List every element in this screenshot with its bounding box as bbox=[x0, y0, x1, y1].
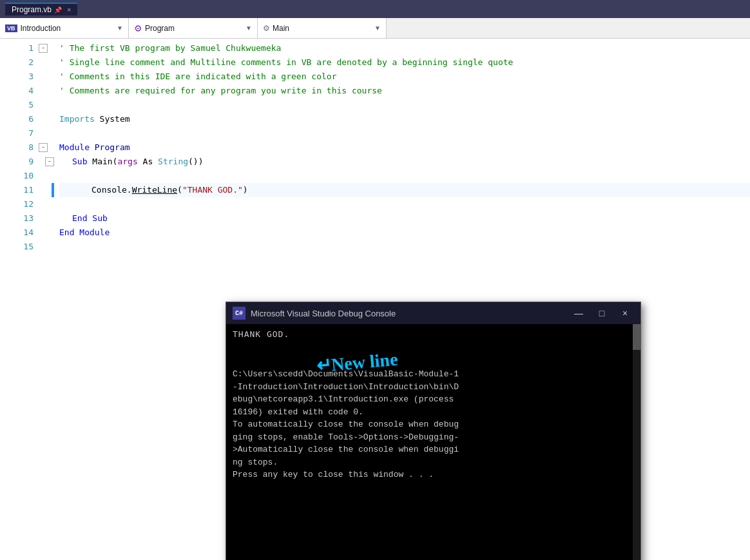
collapse-line1: - bbox=[39, 41, 52, 55]
line-num-13: 13 bbox=[0, 211, 39, 226]
collapse-line3 bbox=[39, 70, 52, 84]
collapse-line8: - bbox=[39, 140, 52, 155]
code-line-1: ' The first VB program by Samuel Chukwue… bbox=[59, 41, 750, 55]
code-line-4: ' Comments are required for any program … bbox=[59, 84, 750, 98]
line-num-1: 1 bbox=[0, 41, 39, 55]
collapse-line11 bbox=[39, 183, 52, 197]
line-num-9: 9 bbox=[0, 155, 39, 169]
ind-2 bbox=[52, 55, 54, 70]
collapse-line13 bbox=[39, 211, 52, 226]
collapse-icon-1[interactable]: - bbox=[39, 44, 48, 53]
namespace-label: Introduction bbox=[21, 24, 61, 33]
code-line-11: Console.WriteLine("THANK GOD.") bbox=[59, 183, 750, 197]
ind-6 bbox=[52, 112, 54, 126]
line-num-3: 3 bbox=[0, 70, 39, 84]
active-tab[interactable]: Program.vb 📌 × bbox=[5, 3, 77, 15]
as-space: As bbox=[138, 155, 158, 169]
left-indicator-col bbox=[52, 39, 54, 560]
collapse-line12 bbox=[39, 197, 52, 211]
ind-10 bbox=[52, 169, 54, 183]
method-dropdown[interactable]: ⚙ Main ▼ bbox=[258, 18, 387, 38]
console-scrollbar-thumb-top[interactable] bbox=[633, 324, 640, 350]
collapse-icon-8[interactable]: - bbox=[39, 143, 48, 152]
console-maximize-btn[interactable]: □ bbox=[593, 306, 611, 320]
console-text: Console. bbox=[91, 183, 132, 197]
writeline-text: WriteLine bbox=[132, 183, 177, 197]
console-icon-text: C# bbox=[235, 310, 243, 317]
code-line-3: ' Comments in this IDE are indicated wit… bbox=[59, 70, 750, 84]
method-label: Main bbox=[273, 24, 289, 33]
collapse-line14 bbox=[39, 226, 52, 240]
line-num-7: 7 bbox=[0, 126, 39, 140]
collapse-line6 bbox=[39, 112, 52, 126]
code-line-5 bbox=[59, 98, 750, 112]
tab-pin-icon: 📌 bbox=[54, 6, 62, 14]
console-output-row-1: THANK GOD. ↵New line bbox=[233, 329, 634, 339]
code-line-12 bbox=[59, 197, 750, 211]
editor-toolbar: VB Introduction ▼ ⚙ Program ▼ ⚙ Main ▼ bbox=[0, 18, 750, 39]
namespace-dropdown[interactable]: VB Introduction ▼ bbox=[0, 18, 129, 38]
console-controls[interactable]: — □ × bbox=[570, 306, 634, 320]
collapse-line10 bbox=[39, 169, 52, 183]
console-path-output: C:\Users\scedd\Documents\VisualBasic-Mod… bbox=[233, 368, 634, 481]
tab-close-icon[interactable]: × bbox=[67, 6, 71, 14]
line-num-4: 4 bbox=[0, 84, 39, 98]
comment-1: ' The first VB program by Samuel Chukwue… bbox=[59, 41, 281, 55]
code-line-15 bbox=[59, 240, 750, 254]
close-paren: ) bbox=[243, 183, 248, 197]
console-path-text: C:\Users\scedd\Documents\VisualBasic-Mod… bbox=[233, 368, 634, 481]
ind-11 bbox=[52, 183, 54, 197]
namespace-dropdown-arrow: ▼ bbox=[117, 24, 123, 32]
end-sub-keyword: End Sub bbox=[72, 211, 108, 226]
ind-9 bbox=[52, 155, 54, 169]
title-bar: Program.vb 📌 × bbox=[0, 0, 750, 18]
code-line-8: Module Program bbox=[59, 140, 750, 155]
line-numbers: 1 2 3 4 5 6 7 8 9 10 11 12 13 14 15 bbox=[0, 39, 39, 560]
line-num-12: 12 bbox=[0, 197, 39, 211]
line-num-11: 11 bbox=[0, 183, 39, 197]
class-dropdown[interactable]: ⚙ Program ▼ bbox=[129, 18, 258, 38]
line-num-10: 10 bbox=[0, 169, 39, 183]
imports-space: System bbox=[95, 112, 130, 126]
ind-12 bbox=[52, 197, 54, 211]
code-line-14: End Module bbox=[59, 226, 750, 240]
ind-3 bbox=[52, 70, 54, 84]
module-space bbox=[90, 140, 95, 155]
module-keyword: Module bbox=[59, 140, 90, 155]
method-badge: ⚙ bbox=[263, 24, 270, 33]
class-dropdown-arrow: ▼ bbox=[245, 24, 252, 32]
console-title-icon: C# bbox=[233, 307, 245, 320]
ind-1 bbox=[52, 41, 54, 55]
collapse-line5 bbox=[39, 98, 52, 112]
console-close-btn[interactable]: × bbox=[616, 306, 634, 320]
code-line-7 bbox=[59, 126, 750, 140]
line-num-14: 14 bbox=[0, 226, 39, 240]
editor-area[interactable]: 1 2 3 4 5 6 7 8 9 10 11 12 13 14 15 - bbox=[0, 39, 750, 560]
string-type: String bbox=[158, 155, 188, 169]
line-num-6: 6 bbox=[0, 112, 39, 126]
console-minimize-btn[interactable]: — bbox=[570, 306, 588, 320]
paren-close: ()) bbox=[188, 155, 203, 169]
collapse-line4 bbox=[39, 84, 52, 98]
comment-4: ' Comments are required for any program … bbox=[59, 84, 382, 98]
code-line-10 bbox=[59, 169, 750, 183]
ind-4 bbox=[52, 84, 54, 98]
code-line-13: End Sub bbox=[59, 211, 750, 226]
console-scrollbar[interactable] bbox=[633, 324, 640, 560]
console-titlebar: C# Microsoft Visual Studio Debug Console… bbox=[226, 302, 640, 324]
tab-filename: Program.vb bbox=[12, 5, 52, 14]
code-line-2: ' Single line comment and Multiline comm… bbox=[59, 55, 750, 70]
line-num-15: 15 bbox=[0, 240, 39, 254]
comment-3: ' Comments in this IDE are indicated wit… bbox=[59, 70, 336, 84]
collapse-indicators: - - - bbox=[39, 39, 52, 560]
open-paren: ( bbox=[177, 183, 182, 197]
imports-keyword: Imports bbox=[59, 112, 95, 126]
ind-8 bbox=[52, 140, 54, 155]
module-name: Program bbox=[95, 140, 130, 155]
code-line-6: Imports System bbox=[59, 112, 750, 126]
line-num-2: 2 bbox=[0, 55, 39, 70]
method-dropdown-arrow: ▼ bbox=[374, 24, 381, 32]
sub-space: Main( bbox=[87, 155, 117, 169]
class-label: Program bbox=[145, 24, 175, 33]
end-module-keyword: End Module bbox=[59, 226, 110, 240]
